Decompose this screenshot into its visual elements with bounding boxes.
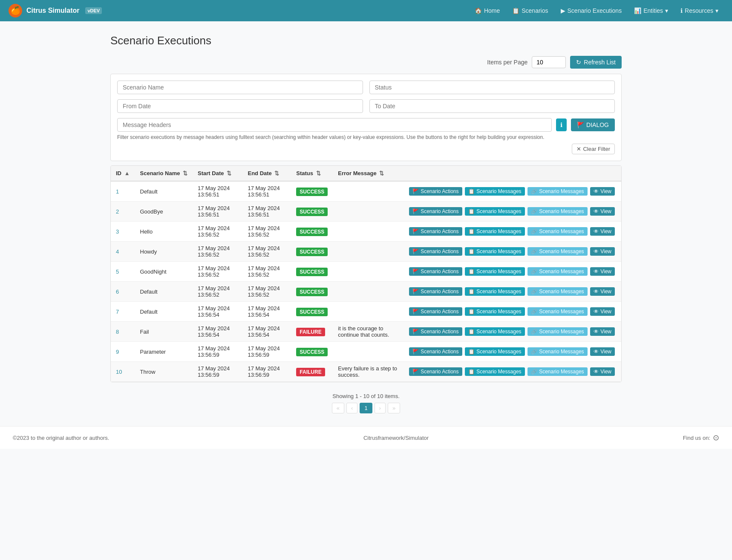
col-end-date[interactable]: End Date ⇅ — [242, 166, 291, 181]
message-icon-1: 📋 — [468, 369, 475, 375]
id-link-4[interactable]: 4 — [116, 248, 119, 255]
info-button[interactable]: ℹ — [556, 118, 567, 131]
status-badge: SUCCESS — [296, 308, 328, 316]
to-date-input[interactable] — [369, 99, 615, 113]
view-button[interactable]: 👁 View — [590, 287, 615, 296]
cell-start-date: 17 May 2024 13:56:59 — [193, 342, 242, 362]
scenario-actions-button[interactable]: 🚩 Scenario Actions — [409, 207, 462, 216]
scenario-messages-button-2[interactable]: 🔗 Scenario Messages — [527, 247, 587, 256]
status-input[interactable] — [369, 81, 615, 94]
message-headers-input[interactable] — [117, 118, 552, 132]
nav-resources[interactable]: ℹ Resources ▾ — [675, 4, 723, 17]
refresh-button[interactable]: ↻ Refresh List — [570, 56, 622, 69]
col-id[interactable]: ID ▲ — [111, 166, 135, 181]
message-icon-1: 📋 — [468, 289, 475, 294]
id-link-7[interactable]: 7 — [116, 309, 119, 315]
prev-page-button[interactable]: ‹ — [346, 403, 357, 413]
scenario-messages-button-1[interactable]: 📋 Scenario Messages — [465, 187, 525, 196]
view-button[interactable]: 👁 View — [590, 187, 615, 196]
col-start-date[interactable]: Start Date ⇅ — [193, 166, 242, 181]
from-date-input[interactable] — [117, 99, 363, 113]
view-button[interactable]: 👁 View — [590, 247, 615, 256]
scenario-actions-button[interactable]: 🚩 Scenario Actions — [409, 367, 462, 376]
scenario-actions-button[interactable]: 🚩 Scenario Actions — [409, 327, 462, 336]
items-per-page-select[interactable]: 5 10 25 50 100 — [532, 56, 566, 68]
scenario-actions-button[interactable]: 🚩 Scenario Actions — [409, 267, 462, 276]
scenario-actions-button[interactable]: 🚩 Scenario Actions — [409, 347, 462, 356]
scenario-messages-button-1[interactable]: 📋 Scenario Messages — [465, 247, 525, 256]
view-button[interactable]: 👁 View — [590, 267, 615, 276]
id-link-8[interactable]: 8 — [116, 329, 119, 335]
view-button[interactable]: 👁 View — [590, 347, 615, 356]
page-1-button[interactable]: 1 — [360, 403, 372, 413]
view-button[interactable]: 👁 View — [590, 307, 615, 316]
scenario-messages-button-2[interactable]: 🔗 Scenario Messages — [527, 227, 587, 236]
message-icon-1: 📋 — [468, 208, 475, 214]
scenario-messages-button-1[interactable]: 📋 Scenario Messages — [465, 287, 525, 296]
scenario-messages-button-2[interactable]: 🔗 Scenario Messages — [527, 287, 587, 296]
view-button[interactable]: 👁 View — [590, 227, 615, 236]
cell-actions: 🚩 Scenario Actions 📋 Scenario Messages 🔗… — [404, 222, 621, 242]
scenario-messages-button-1[interactable]: 📋 Scenario Messages — [465, 307, 525, 316]
flag-icon: 🚩 — [412, 208, 419, 214]
clear-filter-button[interactable]: ✕ Clear Filter — [572, 144, 615, 154]
scenario-messages-button-2[interactable]: 🔗 Scenario Messages — [527, 327, 587, 336]
scenario-messages-button-1[interactable]: 📋 Scenario Messages — [465, 267, 525, 276]
id-link-2[interactable]: 2 — [116, 208, 119, 215]
last-page-button[interactable]: » — [388, 403, 400, 413]
scenario-messages-button-1[interactable]: 📋 Scenario Messages — [465, 227, 525, 236]
scenario-messages-button-1[interactable]: 📋 Scenario Messages — [465, 347, 525, 356]
scenario-actions-button[interactable]: 🚩 Scenario Actions — [409, 187, 462, 196]
flag-icon: 🚩 — [412, 329, 419, 335]
first-page-button[interactable]: « — [332, 403, 344, 413]
status-badge: SUCCESS — [296, 288, 328, 296]
scenario-name-input[interactable] — [117, 81, 363, 94]
scenario-messages-button-2[interactable]: 🔗 Scenario Messages — [527, 367, 587, 376]
dialog-button[interactable]: 🚩 DIALOG — [571, 118, 615, 131]
nav-home[interactable]: 🏠 Home — [470, 4, 505, 17]
scenario-messages-button-1[interactable]: 📋 Scenario Messages — [465, 327, 525, 336]
col-error-message[interactable]: Error Message ⇅ — [333, 166, 404, 181]
message-icon-2: 🔗 — [531, 289, 537, 294]
scenario-actions-button[interactable]: 🚩 Scenario Actions — [409, 307, 462, 316]
next-page-button[interactable]: › — [375, 403, 386, 413]
id-link-5[interactable]: 5 — [116, 268, 119, 275]
col-scenario-name[interactable]: Scenario Name ⇅ — [135, 166, 193, 181]
cell-error-message — [333, 342, 404, 362]
filters-panel: ℹ 🚩 DIALOG Filter scenario executions by… — [110, 74, 622, 161]
view-button[interactable]: 👁 View — [590, 207, 615, 216]
scenario-messages-button-2[interactable]: 🔗 Scenario Messages — [527, 267, 587, 276]
view-button[interactable]: 👁 View — [590, 367, 615, 376]
cell-error-message — [333, 282, 404, 302]
col-status[interactable]: Status ⇅ — [291, 166, 333, 181]
cell-error-message — [333, 181, 404, 202]
cell-end-date: 17 May 2024 13:56:52 — [242, 262, 291, 282]
navbar: 🍊 Citrus Simulator vDEV 🏠 Home 📋 Scenari… — [0, 0, 732, 21]
cell-status: SUCCESS — [291, 302, 333, 322]
id-link-1[interactable]: 1 — [116, 188, 119, 195]
cell-error-message: Every failure is a step to success. — [333, 362, 404, 382]
status-badge: FAILURE — [296, 328, 325, 336]
toolbar: Items per Page 5 10 25 50 100 ↻ Refresh … — [110, 56, 622, 69]
table-row: 9 Parameter 17 May 2024 13:56:59 17 May … — [111, 342, 621, 362]
id-link-9[interactable]: 9 — [116, 349, 119, 355]
eye-icon: 👁 — [594, 228, 599, 234]
scenario-actions-button[interactable]: 🚩 Scenario Actions — [409, 247, 462, 256]
id-link-3[interactable]: 3 — [116, 228, 119, 235]
cell-error-message — [333, 262, 404, 282]
nav-scenario-executions[interactable]: ▶ Scenario Executions — [556, 4, 627, 17]
scenario-messages-button-2[interactable]: 🔗 Scenario Messages — [527, 307, 587, 316]
view-button[interactable]: 👁 View — [590, 327, 615, 336]
id-link-6[interactable]: 6 — [116, 289, 119, 295]
eye-icon: 👁 — [594, 248, 599, 254]
scenario-actions-button[interactable]: 🚩 Scenario Actions — [409, 227, 462, 236]
scenario-actions-button[interactable]: 🚩 Scenario Actions — [409, 287, 462, 296]
nav-scenarios[interactable]: 📋 Scenarios — [507, 4, 553, 17]
scenario-messages-button-1[interactable]: 📋 Scenario Messages — [465, 207, 525, 216]
scenario-messages-button-2[interactable]: 🔗 Scenario Messages — [527, 347, 587, 356]
id-link-10[interactable]: 10 — [116, 369, 122, 375]
nav-entities[interactable]: 📊 Entities ▾ — [629, 4, 673, 17]
scenario-messages-button-2[interactable]: 🔗 Scenario Messages — [527, 187, 587, 196]
scenario-messages-button-2[interactable]: 🔗 Scenario Messages — [527, 207, 587, 216]
scenario-messages-button-1[interactable]: 📋 Scenario Messages — [465, 367, 525, 376]
